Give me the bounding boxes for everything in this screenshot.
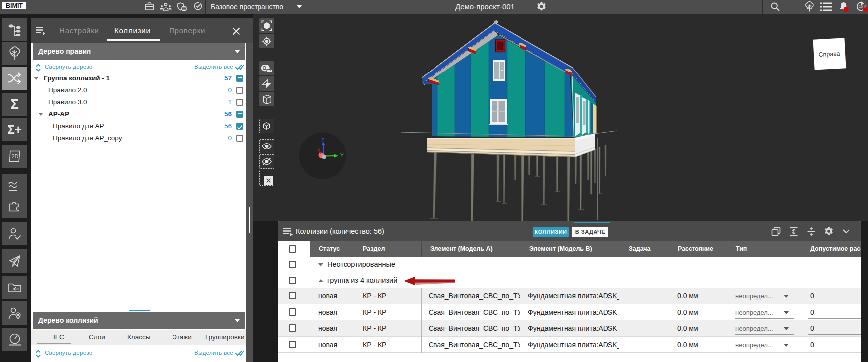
svg-text:Y: Y [340, 153, 344, 158]
svg-text:Справа: Справа [818, 50, 840, 58]
svg-text:X: X [317, 147, 320, 152]
svg-text:2D: 2D [11, 153, 18, 159]
svg-text:10: 10 [859, 5, 863, 8]
svg-text:Z: Z [321, 138, 324, 143]
